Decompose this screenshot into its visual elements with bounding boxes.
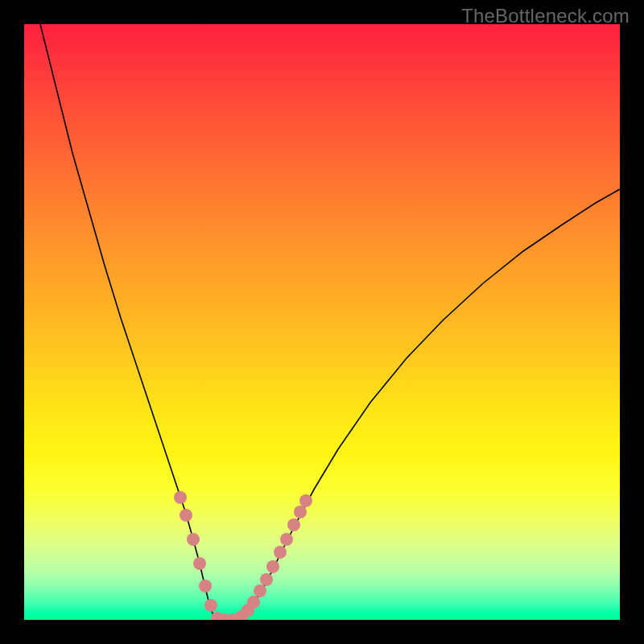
highlight-dot (180, 509, 192, 522)
highlight-dot (174, 491, 187, 504)
highlight-dot (254, 584, 266, 597)
highlight-dot (280, 533, 293, 546)
highlight-dot (204, 599, 217, 612)
highlight-dot (274, 546, 287, 559)
highlight-dot (187, 533, 200, 546)
highlight-dot (260, 573, 273, 586)
highlight-dot (193, 557, 206, 570)
highlight-dot (247, 596, 260, 609)
highlight-dot (287, 518, 300, 531)
chart-frame: TheBottleneck.com (0, 0, 644, 644)
highlight-dot (266, 560, 279, 573)
highlight-dot (199, 580, 212, 592)
highlight-dot (299, 494, 312, 507)
highlight-dots (24, 24, 620, 620)
watermark-label: TheBottleneck.com (461, 5, 630, 27)
highlight-dot (294, 506, 307, 518)
plot-area (24, 24, 620, 620)
